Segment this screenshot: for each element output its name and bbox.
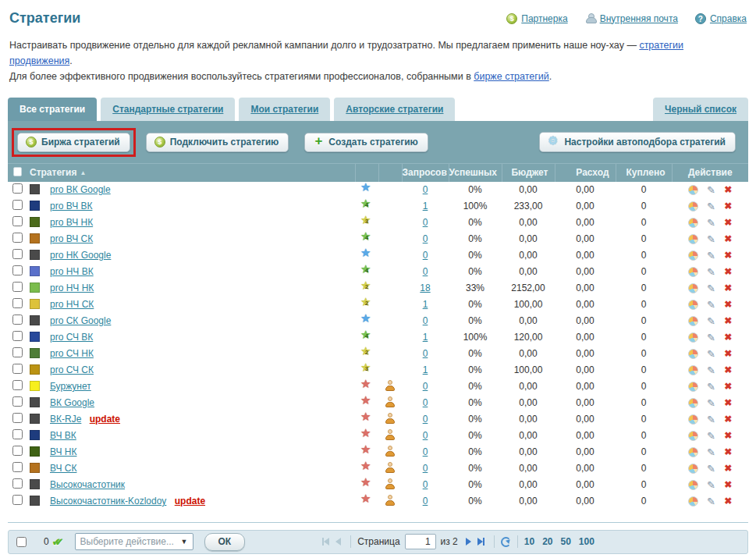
column-bought[interactable]: Куплено [616,164,672,182]
stats-pie-icon[interactable] [688,480,698,490]
row-checkbox[interactable] [12,347,23,357]
row-checkbox[interactable] [12,183,23,194]
row-checkbox[interactable] [12,478,23,489]
ok-button[interactable]: ОК [204,533,246,551]
strategy-name-link[interactable]: Буржунет [50,381,91,392]
edit-pencil-icon[interactable]: ✎ [707,233,715,245]
strategy-name-link[interactable]: ВЧ ВК [50,430,76,441]
edit-pencil-icon[interactable]: ✎ [707,315,715,327]
strategy-name-link[interactable]: ВЧ НК [50,446,76,457]
tab-blacklist[interactable]: Черный список [653,98,748,121]
edit-pencil-icon[interactable]: ✎ [707,364,715,376]
tab-my-strategies[interactable]: Мои стратегии [239,98,330,121]
delete-x-icon[interactable]: ✖ [724,446,732,457]
strategy-name-link[interactable]: Высокочастотник-Kozlodoy [50,496,166,506]
strategy-name-link[interactable]: pro НЧ СК [50,299,94,310]
stats-pie-icon[interactable] [688,349,698,359]
edit-pencil-icon[interactable]: ✎ [707,414,715,425]
requests-count-link[interactable]: 0 [423,381,428,392]
stats-pie-icon[interactable] [688,185,698,195]
delete-x-icon[interactable]: ✖ [724,414,732,425]
row-checkbox[interactable] [12,265,23,275]
edit-pencil-icon[interactable]: ✎ [707,479,715,491]
row-checkbox[interactable] [12,298,23,308]
action-select[interactable]: Выберите действие... ▼ [75,533,193,550]
edit-pencil-icon[interactable]: ✎ [707,299,715,311]
delete-x-icon[interactable]: ✖ [724,479,732,490]
strategy-name-link[interactable]: pro НК Google [50,250,111,261]
page-number-input[interactable] [405,534,436,549]
delete-x-icon[interactable]: ✖ [724,266,732,277]
row-checkbox[interactable] [12,446,23,456]
row-checkbox[interactable] [12,429,23,439]
column-strategy[interactable]: Стратегия [30,167,76,178]
delete-x-icon[interactable]: ✖ [724,184,732,195]
edit-pencil-icon[interactable]: ✎ [707,348,715,360]
row-checkbox[interactable] [12,315,23,325]
stats-pie-icon[interactable] [688,332,698,343]
stats-pie-icon[interactable] [688,414,698,425]
strategy-name-link[interactable]: pro СЧ СК [50,364,94,375]
page-size-link-10[interactable]: 10 [524,536,534,547]
stats-pie-icon[interactable] [688,218,698,228]
row-checkbox[interactable] [12,249,23,259]
stats-pie-icon[interactable] [688,365,698,375]
row-checkbox[interactable] [12,233,23,243]
header-link-internal-mail[interactable]: Внутренняя почта [585,13,678,24]
strategy-name-link[interactable]: pro ВЧ СК [50,233,93,244]
row-checkbox[interactable] [12,495,23,505]
delete-x-icon[interactable]: ✖ [724,233,732,244]
row-checkbox[interactable] [12,282,23,292]
stats-pie-icon[interactable] [688,300,698,310]
requests-count-link[interactable]: 0 [423,348,428,359]
row-checkbox[interactable] [12,200,23,210]
requests-count-link[interactable]: 1 [423,299,428,310]
update-link[interactable]: update [90,414,120,425]
row-checkbox[interactable] [12,413,23,423]
strategy-name-link[interactable]: ВК Google [50,397,94,408]
delete-x-icon[interactable]: ✖ [724,283,732,293]
requests-count-link[interactable]: 0 [423,463,428,474]
column-success[interactable]: Успешных [449,164,502,182]
delete-x-icon[interactable]: ✖ [724,463,732,474]
tab-all-strategies[interactable]: Все стратегии [8,98,97,121]
strategy-exchange-button[interactable]: Биржа стратегий [17,133,130,152]
row-checkbox[interactable] [12,216,23,226]
column-spend[interactable]: Расход [555,164,616,182]
tab-author-strategies[interactable]: Авторские стратегии [334,98,455,121]
edit-pencil-icon[interactable]: ✎ [707,430,715,442]
strategy-name-link[interactable]: ВЧ СК [50,463,76,474]
stats-pie-icon[interactable] [688,431,698,441]
strategy-name-link[interactable]: pro ВЧ НК [50,217,93,228]
strategy-exchange-link[interactable]: бирже стратегий [474,71,549,82]
header-link-help[interactable]: Справка [695,13,747,24]
delete-x-icon[interactable]: ✖ [724,381,732,392]
prev-page-button[interactable] [335,538,341,546]
strategy-name-link[interactable]: pro СЧ НК [50,348,94,359]
row-checkbox[interactable] [12,396,23,407]
page-size-link-50[interactable]: 50 [561,536,571,547]
requests-count-link[interactable]: 0 [423,414,428,425]
column-budget[interactable]: Бюджет [502,164,555,182]
edit-pencil-icon[interactable]: ✎ [707,283,715,294]
edit-pencil-icon[interactable]: ✎ [707,496,715,507]
strategy-name-link[interactable]: pro СК Google [50,315,111,326]
last-page-button[interactable] [477,538,484,546]
header-link-partner[interactable]: Партнерка [506,13,567,24]
edit-pencil-icon[interactable]: ✎ [707,463,715,474]
delete-x-icon[interactable]: ✖ [724,496,732,506]
delete-x-icon[interactable]: ✖ [724,348,732,359]
page-size-link-20[interactable]: 20 [542,536,552,547]
requests-count-link[interactable]: 0 [423,315,428,326]
first-page-button[interactable] [322,538,329,546]
row-checkbox[interactable] [12,462,23,472]
strategy-name-link[interactable]: pro ВЧ ВК [50,201,92,211]
requests-count-link[interactable]: 1 [423,332,428,343]
stats-pie-icon[interactable] [688,464,698,474]
strategy-name-link[interactable]: pro СЧ ВК [50,332,93,343]
requests-count-link[interactable]: 18 [420,283,430,293]
edit-pencil-icon[interactable]: ✎ [707,266,715,278]
update-link[interactable]: update [175,496,205,506]
row-checkbox[interactable] [12,331,23,341]
delete-x-icon[interactable]: ✖ [724,299,732,310]
